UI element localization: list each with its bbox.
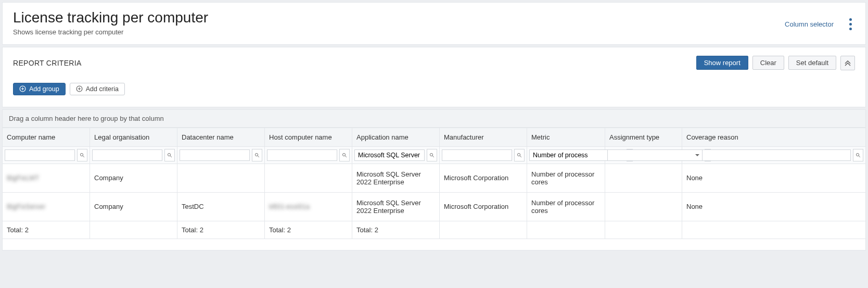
results-table: Computer name Legal organisation Datacen…	[2, 128, 866, 251]
cell-assignment	[605, 192, 682, 221]
footer-host: Total: 2	[265, 221, 352, 239]
add-criteria-label: Add criteria	[86, 85, 119, 93]
cell-metric: Number of processor cores	[527, 192, 605, 221]
filter-op-icon[interactable]	[164, 149, 175, 161]
cell-host: bft01-esxi01a	[265, 192, 352, 221]
filter-application[interactable]	[354, 149, 425, 161]
svg-point-3	[168, 153, 170, 156]
cell-computer-name: BigFixLMT	[3, 164, 90, 192]
page-subtitle: Shows license tracking per computer	[13, 28, 208, 36]
cell-legal-org: Company	[90, 192, 177, 221]
footer-row: Total: 2 Total: 2 Total: 2 Total: 2	[3, 221, 866, 239]
results-table-wrap: Drag a column header here to group by th…	[2, 109, 866, 251]
filter-host[interactable]	[267, 149, 337, 161]
footer-coverage	[682, 221, 866, 239]
filter-assignment[interactable]	[607, 149, 703, 161]
filter-op-icon[interactable]	[77, 149, 87, 161]
col-datacenter[interactable]: Datacenter name	[177, 128, 265, 146]
filter-datacenter[interactable]	[180, 149, 250, 161]
cell-computer-name: BigFixServer	[3, 192, 90, 221]
criteria-title: REPORT CRITERIA	[13, 59, 82, 67]
show-report-button[interactable]: Show report	[696, 56, 748, 70]
col-assignment[interactable]: Assignment type	[605, 128, 682, 146]
plus-circle-icon	[76, 85, 83, 92]
report-criteria-panel: REPORT CRITERIA Show report Clear Set de…	[2, 47, 866, 107]
page-title: License tracking per computer	[13, 10, 208, 26]
filter-computer-name[interactable]	[5, 149, 75, 161]
cell-host	[265, 164, 352, 192]
filter-op-icon[interactable]	[252, 149, 262, 161]
page-header: License tracking per computer Shows lice…	[2, 2, 866, 45]
svg-point-7	[517, 153, 520, 156]
collapse-icon[interactable]	[840, 56, 855, 70]
col-application[interactable]: Application name	[352, 128, 440, 146]
footer-manufacturer	[440, 221, 527, 239]
footer-computer-name: Total: 2	[3, 221, 90, 239]
svg-point-10	[856, 153, 859, 156]
cell-datacenter: TestDC	[177, 192, 265, 221]
svg-point-6	[430, 153, 432, 156]
filter-op-icon[interactable]	[853, 149, 863, 161]
svg-point-4	[255, 153, 258, 156]
cell-manufacturer: Microsoft Corporation	[440, 192, 527, 221]
cell-datacenter	[177, 164, 265, 192]
filter-op-icon[interactable]	[339, 149, 350, 161]
spacer-row	[3, 239, 866, 250]
col-computer-name[interactable]: Computer name	[3, 128, 90, 146]
filter-manufacturer[interactable]	[442, 149, 512, 161]
col-metric[interactable]: Metric	[527, 128, 605, 146]
footer-application: Total: 2	[352, 221, 440, 239]
header-row: Computer name Legal organisation Datacen…	[3, 128, 866, 146]
col-host[interactable]: Host computer name	[265, 128, 352, 146]
table-row[interactable]: BigFixServer Company TestDC bft01-esxi01…	[3, 192, 866, 221]
col-coverage[interactable]: Coverage reason	[682, 128, 866, 146]
cell-manufacturer: Microsoft Corporation	[440, 164, 527, 192]
set-default-button[interactable]: Set default	[788, 56, 836, 70]
cell-assignment	[605, 164, 682, 192]
filter-op-icon[interactable]	[427, 149, 437, 161]
column-selector-link[interactable]: Column selector	[785, 20, 834, 28]
svg-point-2	[80, 153, 83, 156]
plus-circle-icon	[19, 85, 26, 92]
clear-button[interactable]: Clear	[752, 56, 784, 70]
cell-legal-org: Company	[90, 164, 177, 192]
add-criteria-button[interactable]: Add criteria	[70, 83, 125, 95]
cell-application: Microsoft SQL Server 2022 Enterprise	[352, 192, 440, 221]
col-manufacturer[interactable]: Manufacturer	[440, 128, 527, 146]
header-actions: Column selector	[785, 10, 855, 31]
filter-row	[3, 146, 866, 164]
cell-metric: Number of processor cores	[527, 164, 605, 192]
criteria-actions: Show report Clear Set default	[696, 56, 855, 70]
svg-point-5	[342, 153, 345, 156]
footer-metric	[527, 221, 605, 239]
more-menu-icon[interactable]	[846, 17, 855, 31]
add-group-button[interactable]: Add group	[13, 83, 66, 95]
add-group-label: Add group	[29, 85, 59, 93]
cell-application: Microsoft SQL Server 2022 Enterprise	[352, 164, 440, 192]
header-text: License tracking per computer Shows lice…	[13, 10, 208, 36]
filter-coverage[interactable]	[684, 149, 851, 161]
footer-datacenter: Total: 2	[177, 221, 265, 239]
group-hint[interactable]: Drag a column header here to group by th…	[2, 109, 866, 128]
cell-coverage: None	[682, 192, 866, 221]
table-row[interactable]: BigFixLMT Company Microsoft SQL Server 2…	[3, 164, 866, 192]
filter-op-icon[interactable]	[514, 149, 525, 161]
filter-legal-org[interactable]	[92, 149, 162, 161]
cell-coverage: None	[682, 164, 866, 192]
col-legal-org[interactable]: Legal organisation	[90, 128, 177, 146]
footer-legal-org	[90, 221, 177, 239]
footer-assignment	[605, 221, 682, 239]
